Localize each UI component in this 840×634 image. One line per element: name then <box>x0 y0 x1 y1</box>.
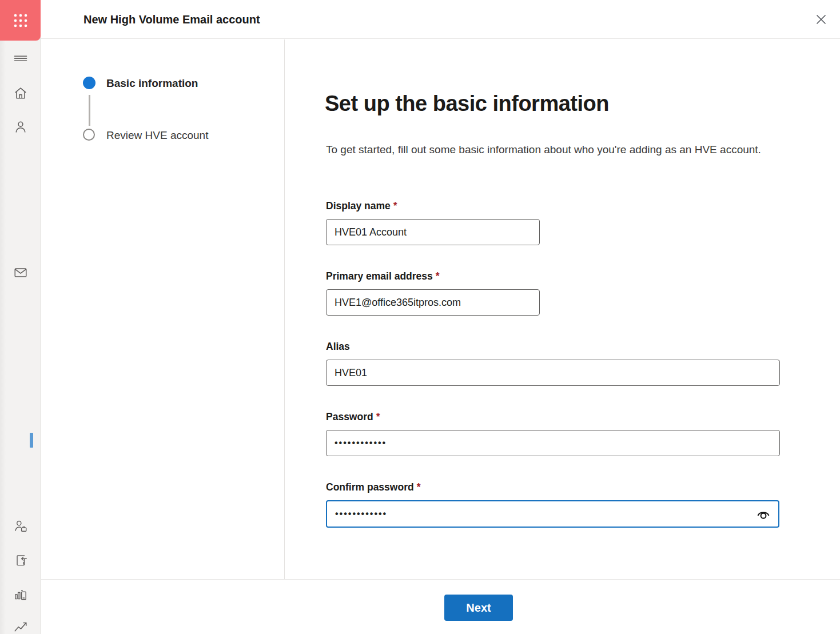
close-button[interactable] <box>813 11 829 27</box>
sidebar-item-recipients[interactable] <box>13 119 28 134</box>
password-label: Password* <box>326 411 380 423</box>
display-name-input[interactable] <box>326 219 540 245</box>
primary-email-input[interactable] <box>326 289 540 316</box>
dialog-header: New High Volume Email account <box>41 0 840 39</box>
person-icon <box>13 119 28 134</box>
user-briefcase-icon <box>13 519 28 533</box>
reveal-password-button[interactable] <box>755 507 772 523</box>
required-asterisk: * <box>376 411 380 422</box>
steps-content-divider <box>284 39 285 579</box>
sidebar-item-migration[interactable] <box>13 553 28 568</box>
footer-divider <box>41 579 840 580</box>
required-asterisk: * <box>393 200 397 212</box>
page-title: Set up the basic information <box>325 91 609 116</box>
mail-envelope-icon <box>13 265 28 280</box>
step-connector-line <box>89 95 90 126</box>
close-icon <box>814 12 829 27</box>
required-asterisk: * <box>436 270 440 282</box>
password-input[interactable] <box>326 430 780 456</box>
trend-line-icon <box>13 619 28 633</box>
left-nav-rail <box>0 0 41 634</box>
sign-in-page-icon <box>13 553 28 568</box>
confirm-password-label: Confirm password* <box>326 481 420 493</box>
page-description: To get started, fill out some basic info… <box>326 143 761 156</box>
eye-icon <box>755 507 771 522</box>
alias-input[interactable] <box>326 360 780 386</box>
step-indicator-review-hve-account[interactable] <box>83 129 95 141</box>
sidebar-item-insights[interactable] <box>13 619 28 633</box>
sidebar-item-reports[interactable] <box>13 587 28 602</box>
waffle-icon <box>12 12 29 29</box>
sidebar-item-home[interactable] <box>13 86 28 101</box>
app-launcher-button[interactable] <box>0 0 41 41</box>
hamburger-menu-button[interactable] <box>13 51 28 66</box>
step-indicator-basic-information[interactable] <box>83 77 95 89</box>
primary-email-label: Primary email address* <box>326 270 440 282</box>
new-hve-account-dialog: New High Volume Email account Basic info… <box>0 0 840 634</box>
next-button[interactable]: Next <box>444 595 513 621</box>
step-label-basic-information[interactable]: Basic information <box>106 77 198 89</box>
alias-label: Alias <box>326 341 353 353</box>
usage-mobile-chart-icon <box>13 587 28 602</box>
dialog-title: New High Volume Email account <box>83 0 260 39</box>
rail-scrollbar-thumb[interactable] <box>30 433 33 448</box>
step-label-review-hve-account[interactable]: Review HVE account <box>106 129 208 141</box>
home-icon <box>13 86 28 101</box>
confirm-password-input[interactable] <box>326 500 779 528</box>
hamburger-icon <box>13 51 28 66</box>
required-asterisk: * <box>417 481 421 493</box>
sidebar-item-roles[interactable] <box>13 519 28 533</box>
sidebar-item-mail-flow[interactable] <box>13 265 28 280</box>
display-name-label: Display name* <box>326 200 397 212</box>
